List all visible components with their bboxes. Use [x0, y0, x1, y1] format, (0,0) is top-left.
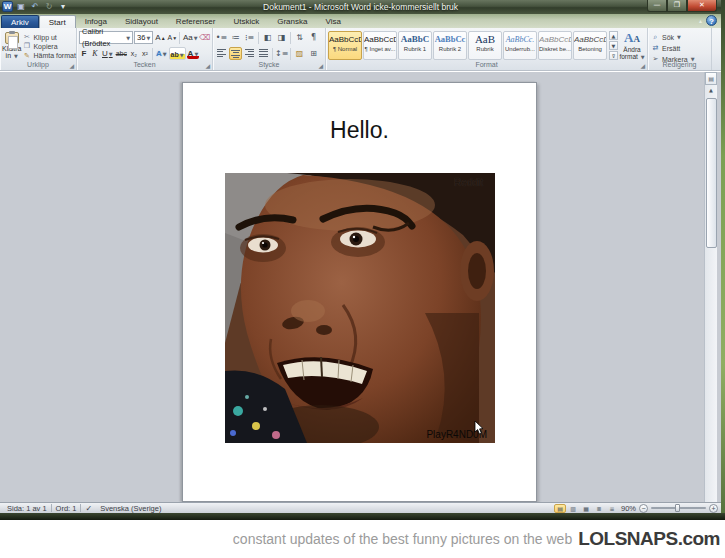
font-size-select[interactable]: 36▼ — [134, 31, 153, 44]
font-group: Calibri (Brödtex▼ 36▼ A▲ A▼ Aa▼ ⌫ F K U▼… — [77, 28, 213, 70]
draft-view-icon[interactable]: ≡ — [606, 504, 618, 513]
font-group-label: Tecken — [77, 60, 212, 70]
underline-button[interactable]: U▼ — [101, 47, 114, 60]
zoom-out-icon[interactable]: − — [639, 504, 648, 513]
subscript-button[interactable]: x₂ — [129, 47, 139, 60]
outline-view-icon[interactable]: ≣ — [593, 504, 605, 513]
close-button[interactable]: ✕ — [687, 0, 717, 12]
replace-button[interactable]: ⇄Ersätt — [650, 43, 709, 53]
shading-icon[interactable]: ▨ — [293, 47, 306, 60]
web-layout-view-icon[interactable]: ▦ — [580, 504, 592, 513]
style-emphasis[interactable]: AaBbCcDc Betoning — [573, 31, 607, 60]
multilevel-list-icon[interactable]: ⁝≡ — [243, 31, 256, 44]
font-size-dropdown-icon: ▼ — [146, 32, 150, 44]
style-subtitle[interactable]: AaBbCc. Underrub... — [503, 31, 537, 60]
style-subtle-emphasis[interactable]: AaBbCcDc Diskret be... — [538, 31, 572, 60]
tab-visa[interactable]: Visa — [316, 15, 349, 28]
sort-icon[interactable]: ⇅ — [293, 31, 306, 44]
undo-icon[interactable]: ↶ — [29, 1, 41, 12]
tab-arkiv[interactable]: Arkiv — [1, 15, 39, 28]
paragraph-dialog-launcher-icon[interactable]: ◢ — [318, 62, 323, 69]
cut-button[interactable]: ✂Klipp ut — [21, 33, 76, 41]
tab-utskick[interactable]: Utskick — [224, 15, 268, 28]
change-case-button[interactable]: Aa▼ — [182, 31, 197, 44]
strikethrough-button[interactable]: abc — [115, 47, 128, 60]
change-styles-button[interactable]: AA Ändraformat ▼ — [619, 30, 645, 60]
save-icon[interactable]: ▣ — [15, 1, 27, 12]
tab-referenser[interactable]: Referenser — [167, 15, 225, 28]
font-family-select[interactable]: Calibri (Brödtex▼ — [79, 31, 133, 44]
shrink-font-button[interactable]: A▼ — [166, 31, 177, 44]
style-normal[interactable]: AaBbCcDc ¶ Normal — [328, 31, 362, 60]
footer-caption: constant updates of the best funny pictu… — [233, 531, 572, 547]
italic-button[interactable]: K — [90, 47, 100, 60]
fullscreen-reading-view-icon[interactable]: ▥ — [567, 504, 579, 513]
scroll-up-icon[interactable]: ▲ — [705, 85, 717, 96]
tab-granska[interactable]: Granska — [268, 15, 316, 28]
word-logo-icon[interactable]: W — [2, 1, 13, 12]
scrollbar-thumb[interactable] — [706, 98, 717, 248]
borders-icon[interactable]: ⊞ — [307, 47, 320, 60]
lolsnaps-footer: constant updates of the best funny pictu… — [0, 520, 725, 558]
screenshot-root: W ▣ ↶ ↻ ▾ Dokument1 - Microsoft Word ick… — [0, 0, 725, 558]
maximize-button[interactable]: ❐ — [667, 0, 687, 12]
qat-dropdown-icon[interactable]: ▾ — [57, 1, 69, 12]
document-heading: Hello. — [183, 117, 536, 144]
clear-formatting-icon[interactable]: ⌫ — [198, 31, 210, 44]
language-indicator[interactable]: Svenska (Sverige) — [96, 504, 165, 513]
tab-start[interactable]: Start — [39, 15, 76, 28]
page-indicator[interactable]: Sida: 1 av 1 — [3, 504, 51, 513]
zoom-level[interactable]: 90% — [621, 504, 636, 513]
font-color-icon[interactable]: A▼ — [187, 49, 200, 59]
minimize-button[interactable]: — — [647, 0, 667, 12]
document-page[interactable]: Hello. — [182, 82, 537, 502]
redo-icon[interactable]: ↻ — [43, 1, 55, 12]
ruler-toggle-icon[interactable]: ▤ — [705, 72, 717, 85]
highlight-color-icon[interactable]: ab▼ — [169, 47, 186, 60]
spellcheck-icon[interactable]: ✓ — [81, 504, 96, 513]
zoom-slider-thumb[interactable] — [675, 504, 680, 512]
paste-button[interactable]: Klistra in ▼ — [2, 30, 21, 60]
styles-gallery: AaBbCcDc ¶ Normal AaBbCcDc ¶ Inget av...… — [328, 30, 607, 60]
justify-icon[interactable] — [257, 47, 270, 60]
help-icon[interactable]: ? — [706, 15, 717, 26]
numbering-icon[interactable]: ≔ — [229, 31, 242, 44]
zoom-slider: − + — [639, 504, 718, 513]
style-heading1[interactable]: AaBbC Rubrik 1 — [398, 31, 432, 60]
line-spacing-icon[interactable]: ↕≡ — [275, 47, 288, 60]
style-no-spacing[interactable]: AaBbCcDc ¶ Inget av... — [363, 31, 397, 60]
styles-dialog-launcher-icon[interactable]: ◢ — [640, 62, 645, 69]
font-dialog-launcher-icon[interactable]: ◢ — [205, 62, 210, 69]
decrease-indent-icon[interactable]: ◧ — [261, 31, 274, 44]
font-family-dropdown-icon: ▼ — [126, 32, 130, 44]
gallery-expand-icon[interactable]: ⊽ — [609, 51, 618, 60]
zoom-in-icon[interactable]: + — [709, 504, 718, 513]
copy-button[interactable]: ❐Kopiera — [21, 42, 76, 50]
style-title[interactable]: AaB Rubrik — [468, 31, 502, 60]
format-painter-button[interactable]: ✎Hämta format — [21, 52, 76, 60]
vertical-scrollbar[interactable]: ▤ ▲ — [704, 72, 717, 502]
gallery-down-icon[interactable]: ▼ — [609, 41, 618, 50]
zoom-slider-track[interactable] — [651, 507, 706, 509]
meme-image[interactable]: Reddit PlayR4ND0M — [225, 173, 495, 443]
ribbon-collapse-icon[interactable]: ▴ — [699, 17, 702, 24]
word-count[interactable]: Ord: 1 — [52, 504, 81, 513]
ribbon: Klistra in ▼ ✂Klipp ut ❐Kopiera ✎Hämta f… — [0, 28, 721, 71]
grow-font-button[interactable]: A▲ — [154, 31, 165, 44]
desktop-wallpaper-strip — [721, 0, 725, 520]
print-layout-view-icon[interactable]: ▤ — [554, 504, 566, 513]
align-right-icon[interactable] — [243, 47, 256, 60]
gallery-up-icon[interactable]: ▲ — [609, 31, 618, 40]
quick-access-toolbar: W ▣ ↶ ↻ ▾ — [2, 1, 69, 12]
bullets-icon[interactable]: •≡ — [215, 31, 228, 44]
show-paragraph-marks-icon[interactable]: ¶ — [307, 31, 320, 44]
clipboard-dialog-launcher-icon[interactable]: ◢ — [69, 62, 74, 69]
superscript-button[interactable]: x² — [140, 47, 150, 60]
align-left-icon[interactable] — [215, 47, 228, 60]
find-button[interactable]: ⌕Sök▼ — [650, 32, 709, 42]
style-heading2[interactable]: AaBbCc Rubrik 2 — [433, 31, 467, 60]
increase-indent-icon[interactable]: ◨ — [275, 31, 288, 44]
align-center-icon[interactable] — [229, 47, 242, 60]
bold-button[interactable]: F — [79, 47, 89, 60]
text-effects-icon[interactable]: A▼ — [155, 47, 168, 60]
